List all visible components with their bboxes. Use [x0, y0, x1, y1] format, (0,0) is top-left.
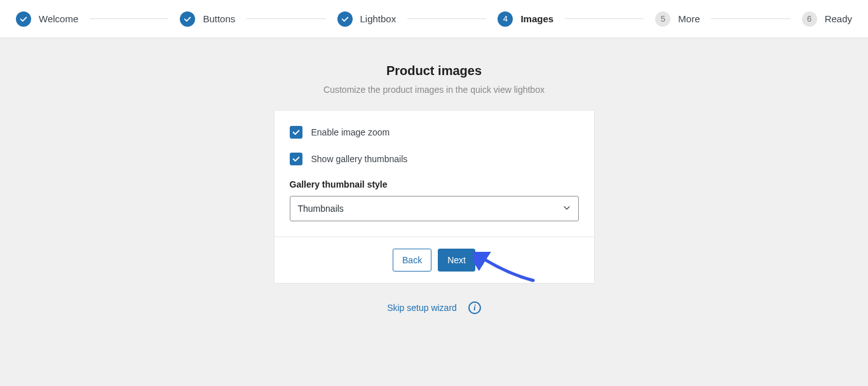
settings-card: Enable image zoom Show gallery thumbnail… — [274, 110, 595, 284]
gallery-style-select[interactable]: Thumbnails — [290, 196, 579, 221]
show-thumbnails-row: Show gallery thumbnails — [290, 153, 579, 165]
card-footer: Back Next — [275, 237, 594, 283]
step-label: Buttons — [203, 13, 235, 24]
step-divider — [565, 18, 644, 19]
show-thumbnails-checkbox[interactable] — [290, 153, 302, 165]
step-buttons[interactable]: Buttons — [180, 11, 235, 27]
card-body: Enable image zoom Show gallery thumbnail… — [275, 111, 594, 237]
enable-zoom-checkbox[interactable] — [290, 126, 302, 139]
step-divider — [90, 18, 168, 19]
step-ready[interactable]: 6 Ready — [802, 11, 852, 27]
step-more[interactable]: 5 More — [655, 11, 700, 27]
next-button[interactable]: Next — [438, 249, 475, 272]
gallery-style-label: Gallery thumbnail style — [290, 179, 579, 190]
skip-row: Skip setup wizard i — [387, 301, 481, 314]
step-divider — [711, 18, 790, 19]
info-icon[interactable]: i — [468, 301, 481, 314]
step-number-icon: 5 — [655, 11, 670, 27]
page-title: Product images — [386, 64, 482, 78]
enable-zoom-label: Enable image zoom — [311, 127, 390, 137]
chevron-down-icon — [563, 203, 571, 214]
main-content: Product images Customize the product ima… — [0, 38, 868, 314]
step-label: More — [678, 13, 700, 24]
step-lightbox[interactable]: Lightbox — [337, 11, 397, 27]
select-value: Thumbnails — [298, 203, 344, 214]
page-subtitle: Customize the product images in the quic… — [323, 85, 545, 95]
step-welcome[interactable]: Welcome — [16, 11, 78, 27]
step-label: Welcome — [39, 13, 78, 24]
back-button[interactable]: Back — [393, 249, 431, 272]
step-label: Images — [520, 13, 553, 24]
enable-zoom-row: Enable image zoom — [290, 126, 579, 139]
check-icon — [337, 11, 353, 27]
check-icon — [180, 11, 195, 27]
step-number-icon: 4 — [498, 11, 513, 27]
step-divider — [407, 18, 486, 19]
step-divider — [247, 18, 325, 19]
step-images[interactable]: 4 Images — [498, 11, 553, 27]
step-number-icon: 6 — [802, 11, 817, 27]
skip-setup-link[interactable]: Skip setup wizard — [387, 303, 457, 313]
step-label: Lightbox — [360, 13, 397, 24]
step-label: Ready — [825, 13, 852, 24]
wizard-stepper: Welcome Buttons Lightbox 4 Images 5 More… — [0, 0, 868, 38]
show-thumbnails-label: Show gallery thumbnails — [311, 154, 408, 164]
check-icon — [16, 11, 31, 27]
